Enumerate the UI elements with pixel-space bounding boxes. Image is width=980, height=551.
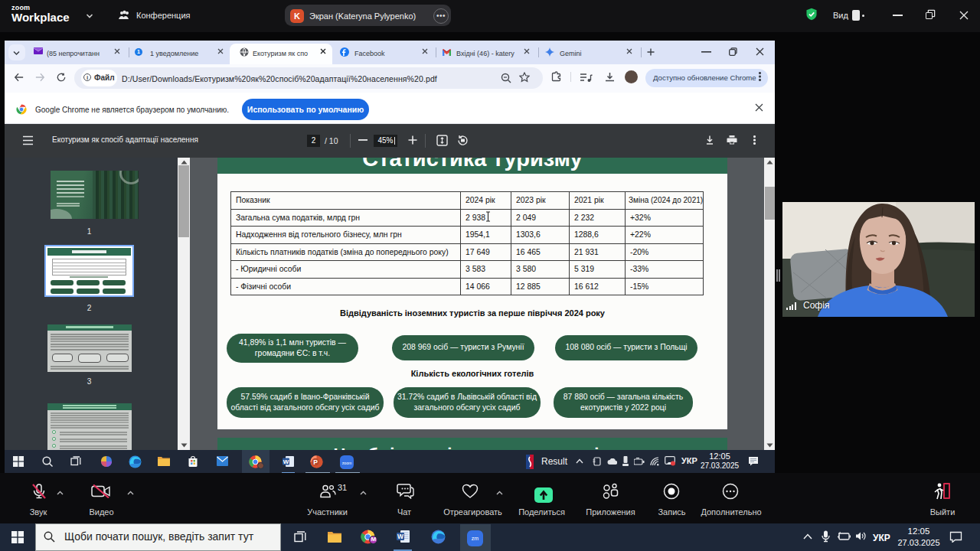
svg-text:W: W bbox=[283, 458, 289, 465]
svg-text:zoom: zoom bbox=[342, 461, 352, 465]
svg-text:zm: zm bbox=[472, 536, 479, 541]
svg-text:P: P bbox=[313, 458, 318, 466]
svg-text:W: W bbox=[397, 533, 404, 540]
